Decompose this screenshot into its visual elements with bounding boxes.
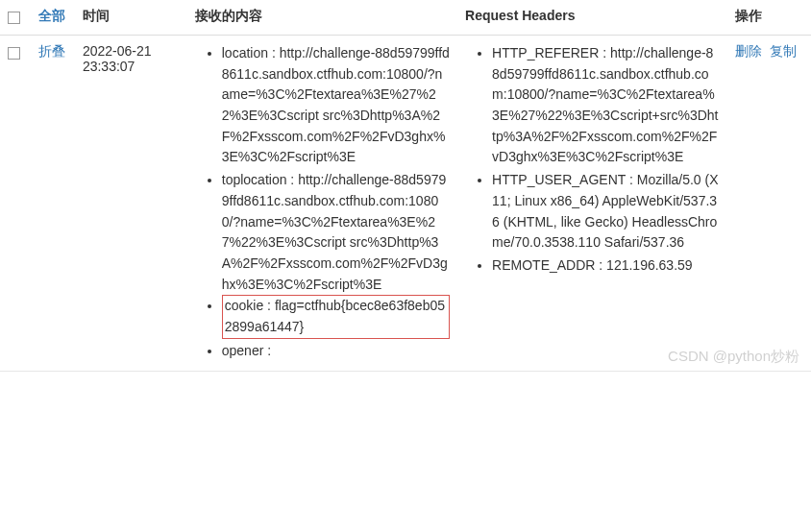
select-all-checkbox[interactable]: [8, 12, 20, 24]
table-row: 折叠 2022-06-21 23:33:07 location : http:/…: [0, 36, 811, 372]
records-table: 全部 时间 接收的内容 Request Headers 操作 折叠 2022-0…: [0, 0, 811, 372]
received-item-toplocation: toplocation : http://challenge-88d59799f…: [222, 170, 450, 295]
cookie-highlight: cookie : flag=ctfhub{bcec8e63f8eb052899a…: [222, 295, 450, 338]
col-header-ops: 操作: [727, 0, 811, 36]
received-item-opener: opener :: [222, 341, 450, 362]
received-item-location: location : http://challenge-88d59799ffd8…: [222, 43, 450, 168]
delete-link[interactable]: 删除: [735, 43, 762, 59]
col-header-received: 接收的内容: [187, 0, 457, 36]
select-all-link[interactable]: 全部: [38, 8, 65, 23]
header-row: 全部 时间 接收的内容 Request Headers 操作: [0, 0, 811, 36]
cell-request-headers: HTTP_REFERER : http://challenge-88d59799…: [457, 36, 727, 372]
cell-time: 2022-06-21 23:33:07: [75, 36, 187, 372]
copy-link[interactable]: 复制: [770, 43, 797, 59]
header-item-user-agent: HTTP_USER_AGENT : Mozilla/5.0 (X11; Linu…: [492, 170, 720, 254]
cell-ops: 删除 复制: [727, 36, 811, 372]
col-header-time: 时间: [75, 0, 187, 36]
collapse-link[interactable]: 折叠: [38, 43, 65, 59]
row-checkbox[interactable]: [8, 47, 20, 60]
header-item-referer: HTTP_REFERER : http://challenge-88d59799…: [492, 43, 720, 168]
received-item-cookie: cookie : flag=ctfhub{bcec8e63f8eb052899a…: [222, 295, 450, 338]
col-header-request-headers: Request Headers: [457, 0, 727, 36]
cell-received: location : http://challenge-88d59799ffd8…: [187, 36, 457, 372]
request-headers-list: HTTP_REFERER : http://challenge-88d59799…: [465, 43, 720, 277]
time-value: 2022-06-21 23:33:07: [83, 43, 152, 74]
received-list: location : http://challenge-88d59799ffd8…: [195, 43, 450, 361]
header-item-remote-addr: REMOTE_ADDR : 121.196.63.59: [492, 255, 720, 277]
